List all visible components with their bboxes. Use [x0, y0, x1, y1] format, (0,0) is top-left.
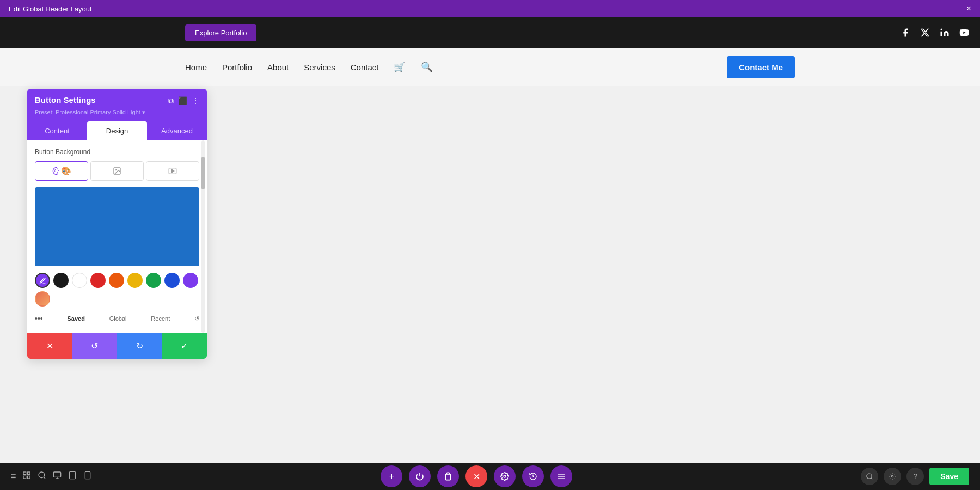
- swatch-white[interactable]: [72, 273, 87, 288]
- hamburger-icon[interactable]: ≡: [11, 471, 16, 481]
- panel-confirm-button[interactable]: ✓: [162, 333, 207, 359]
- svg-line-28: [871, 478, 873, 480]
- youtube-icon[interactable]: [959, 28, 969, 38]
- color-tab-reset[interactable]: ↺: [194, 315, 199, 322]
- tab-advanced[interactable]: Advanced: [147, 121, 207, 140]
- help-right-icon[interactable]: ?: [906, 468, 924, 485]
- mobile-icon[interactable]: [83, 471, 92, 482]
- bottom-right-area: ? Save: [861, 468, 969, 485]
- nav-services[interactable]: Services: [304, 63, 335, 72]
- svg-point-4: [55, 169, 56, 170]
- panel-body: Button Background 🎨: [27, 140, 207, 333]
- swatch-yellow[interactable]: [127, 273, 143, 288]
- color-picker-btn[interactable]: [35, 273, 50, 288]
- color-tab-recent[interactable]: Recent: [151, 315, 170, 322]
- grid-icon[interactable]: [22, 471, 31, 482]
- search-icon[interactable]: 🔍: [421, 61, 433, 73]
- nav-portfolio[interactable]: Portfolio: [222, 63, 252, 72]
- close-button-center[interactable]: ✕: [465, 465, 487, 487]
- nav-about[interactable]: About: [267, 63, 289, 72]
- panel-redo-button[interactable]: ↻: [117, 333, 162, 359]
- swatch-green[interactable]: [146, 273, 161, 288]
- search-bottom-icon[interactable]: [38, 471, 46, 482]
- tab-design[interactable]: Design: [87, 121, 147, 140]
- close-button[interactable]: ×: [966, 4, 971, 14]
- settings-right-icon[interactable]: [884, 468, 901, 485]
- panel-cancel-button[interactable]: ✕: [27, 333, 72, 359]
- svg-rect-20: [85, 471, 90, 479]
- svg-point-0: [941, 29, 942, 30]
- settings-button[interactable]: [494, 465, 516, 487]
- tab-content[interactable]: Content: [27, 121, 87, 140]
- nav-bar: Home Portfolio About Services Contact 🛒 …: [0, 48, 980, 86]
- panel-scrollbar[interactable]: [201, 140, 205, 333]
- color-tab-global[interactable]: Global: [109, 315, 127, 322]
- tablet-icon[interactable]: [68, 471, 77, 482]
- panel-scrollbar-thumb[interactable]: [201, 157, 205, 189]
- facebook-icon[interactable]: [901, 28, 910, 38]
- power-button[interactable]: [409, 465, 431, 487]
- swatch-black[interactable]: [53, 273, 69, 288]
- panel-preset: Preset: Professional Primary Solid Light…: [27, 108, 207, 121]
- panel-preset-label[interactable]: Preset: Professional Primary Solid Light…: [35, 109, 145, 115]
- swatch-purple[interactable]: [183, 273, 198, 288]
- bg-type-row: 🎨: [35, 161, 199, 181]
- twitter-x-icon[interactable]: [920, 28, 930, 38]
- panel-section-label: Button Background: [35, 148, 199, 156]
- main-area: Button Settings ⧉ ⬛ ⋮ Preset: Profession…: [0, 86, 980, 463]
- svg-rect-18: [70, 471, 76, 479]
- svg-rect-11: [28, 476, 30, 479]
- linkedin-icon[interactable]: [940, 28, 950, 38]
- color-swatches: [35, 273, 199, 307]
- svg-point-29: [892, 475, 894, 477]
- swatch-red[interactable]: [90, 273, 106, 288]
- color-preview: [35, 187, 199, 266]
- panel-more-icon[interactable]: ⋮: [192, 96, 199, 106]
- svg-point-23: [504, 475, 506, 477]
- button-settings-panel: Button Settings ⧉ ⬛ ⋮ Preset: Profession…: [27, 89, 207, 359]
- panel-tabs: Content Design Advanced: [27, 121, 207, 140]
- panel-header: Button Settings ⧉ ⬛ ⋮: [27, 89, 207, 108]
- delete-button[interactable]: [437, 465, 459, 487]
- title-bar: Edit Global Header Layout ×: [0, 0, 980, 17]
- svg-line-14: [44, 477, 45, 479]
- svg-point-27: [867, 474, 872, 479]
- svg-rect-12: [23, 476, 26, 479]
- contact-me-button[interactable]: Contact Me: [727, 56, 795, 78]
- panel-split-icon[interactable]: ⬛: [178, 96, 187, 106]
- bg-type-color[interactable]: 🎨: [35, 161, 88, 181]
- desktop-icon[interactable]: [53, 471, 62, 482]
- svg-rect-15: [54, 472, 61, 477]
- svg-point-13: [39, 472, 45, 478]
- swatch-blue[interactable]: [164, 273, 180, 288]
- svg-rect-9: [23, 472, 26, 475]
- bg-type-image[interactable]: [90, 161, 144, 181]
- panel-expand-icon[interactable]: ⧉: [168, 96, 174, 106]
- swatch-gradient[interactable]: [35, 291, 50, 307]
- panel-header-icons: ⧉ ⬛ ⋮: [168, 96, 199, 106]
- svg-point-7: [115, 169, 117, 170]
- color-tabs-row: ••• Saved Global Recent ↺: [35, 312, 199, 325]
- cart-icon[interactable]: 🛒: [394, 61, 406, 73]
- more-options-button[interactable]: •••: [35, 314, 43, 323]
- bottom-left-icons: ≡: [11, 471, 92, 482]
- top-bar: Explore Portfolio: [0, 17, 980, 48]
- add-section-button[interactable]: +: [381, 465, 402, 487]
- nav-contact[interactable]: Contact: [351, 63, 379, 72]
- panel-title: Button Settings: [35, 95, 96, 105]
- color-tab-saved[interactable]: Saved: [68, 315, 85, 322]
- explore-portfolio-button[interactable]: Explore Portfolio: [185, 24, 256, 41]
- layout-button[interactable]: [550, 465, 572, 487]
- title-bar-label: Edit Global Header Layout: [9, 5, 91, 13]
- svg-point-5: [54, 171, 55, 171]
- bottom-center-buttons: + ✕: [381, 465, 572, 487]
- bg-type-video[interactable]: [146, 161, 199, 181]
- search-right-icon[interactable]: [861, 468, 878, 485]
- history-button[interactable]: [522, 465, 544, 487]
- svg-point-2: [57, 169, 57, 169]
- panel-undo-button[interactable]: ↺: [72, 333, 118, 359]
- swatch-orange[interactable]: [109, 273, 124, 288]
- save-button[interactable]: Save: [929, 468, 969, 485]
- nav-home[interactable]: Home: [185, 63, 207, 72]
- svg-point-3: [58, 170, 59, 171]
